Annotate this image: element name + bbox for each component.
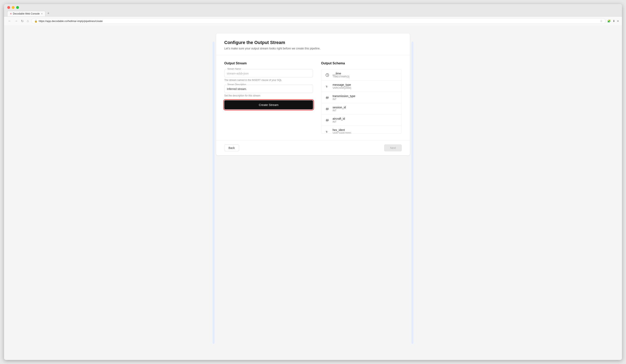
tab-label: Decodable Web Console bbox=[13, 12, 40, 15]
svg-line-11 bbox=[326, 119, 327, 121]
svg-line-3 bbox=[326, 96, 327, 99]
svg-line-8 bbox=[327, 108, 328, 110]
stream-name-hint: The stream named in the INSERT clause of… bbox=[224, 79, 313, 81]
wizard-title: Configure the Output Stream bbox=[224, 40, 402, 45]
next-button[interactable]: Next bbox=[384, 144, 402, 151]
stream-name-wrapper: Stream Name bbox=[224, 69, 313, 78]
schema-field-type: INT bbox=[333, 98, 398, 101]
schema-field-type: TIMESTAMP(3) bbox=[333, 75, 398, 78]
page-content: Configure the Output Stream Let's make s… bbox=[4, 25, 622, 360]
stream-name-label: Stream Name bbox=[227, 68, 242, 70]
tab-favicon: ✕ bbox=[10, 12, 12, 15]
schema-field-icon bbox=[324, 72, 330, 78]
schema-field-icon: T r bbox=[324, 83, 330, 89]
schema-item: __time TIMESTAMP(3) bbox=[321, 69, 401, 81]
stream-description-wrapper: Stream Description bbox=[224, 85, 313, 93]
schema-field-name: __time bbox=[333, 72, 398, 75]
schema-list: __time TIMESTAMP(3) T r message_type VAR… bbox=[321, 69, 402, 134]
traffic-light-yellow[interactable] bbox=[12, 6, 14, 9]
schema-field-name: transmission_type bbox=[333, 94, 398, 98]
security-icon: 🔒 bbox=[34, 20, 38, 23]
downloads-icon[interactable]: ⬇ bbox=[613, 19, 615, 23]
schema-field-icon bbox=[324, 106, 330, 112]
left-accent bbox=[213, 41, 215, 344]
stream-name-input[interactable] bbox=[227, 72, 310, 75]
new-tab-button[interactable]: + bbox=[46, 10, 51, 16]
traffic-light-red[interactable] bbox=[7, 6, 10, 9]
output-stream-panel: Output Stream Stream Name The stream nam… bbox=[224, 62, 313, 134]
tab-close-button[interactable]: ✕ bbox=[41, 12, 43, 15]
url-bar[interactable]: 🔒 https://app.decodable.co/hellmar-imply… bbox=[31, 18, 606, 24]
output-schema-title: Output Schema bbox=[321, 62, 402, 65]
wizard-body: Output Stream Stream Name The stream nam… bbox=[216, 55, 410, 140]
svg-line-4 bbox=[327, 96, 328, 99]
create-stream-button[interactable]: Create Stream bbox=[224, 100, 313, 109]
address-bar-row: ← → ↻ ⌂ 🔒 https://app.decodable.co/hellm… bbox=[4, 16, 622, 25]
svg-text:r: r bbox=[327, 86, 328, 88]
schema-item: aircraft_id INT bbox=[321, 115, 401, 126]
stream-description-group: Stream Description Set the description f… bbox=[224, 85, 313, 97]
output-stream-title: Output Stream bbox=[224, 62, 313, 65]
svg-line-12 bbox=[327, 119, 328, 121]
forward-nav-button[interactable]: → bbox=[14, 19, 19, 23]
home-button[interactable]: ⌂ bbox=[26, 19, 30, 23]
schema-field-icon: T r bbox=[324, 129, 330, 134]
stream-description-input[interactable] bbox=[227, 87, 310, 91]
back-button[interactable]: Back bbox=[224, 144, 239, 151]
traffic-light-green[interactable] bbox=[16, 6, 19, 9]
right-accent bbox=[411, 41, 413, 344]
schema-field-name: session_id bbox=[333, 106, 398, 109]
schema-field-type: INT bbox=[333, 109, 398, 112]
svg-line-7 bbox=[326, 108, 327, 110]
schema-item: transmission_type INT bbox=[321, 92, 401, 103]
schema-field-type: INT bbox=[333, 121, 398, 123]
schema-field-icon bbox=[324, 118, 330, 123]
bookmark-icon[interactable]: ☆ bbox=[600, 19, 603, 23]
url-text: https://app.decodable.co/hellmar-imply/p… bbox=[39, 20, 599, 23]
browser-tab[interactable]: ✕ Decodable Web Console ✕ bbox=[7, 11, 45, 16]
extensions-icon[interactable]: 🧩 bbox=[607, 19, 611, 23]
stream-description-label: Stream Description bbox=[227, 83, 247, 85]
schema-field-name: message_type bbox=[333, 83, 398, 86]
schema-item: session_id INT bbox=[321, 103, 401, 115]
schema-field-name: hex_ident bbox=[333, 128, 398, 131]
schema-field-icon bbox=[324, 95, 330, 100]
reload-button[interactable]: ↻ bbox=[20, 19, 24, 23]
back-nav-button[interactable]: ← bbox=[7, 19, 12, 23]
wizard-footer: Back Next bbox=[216, 140, 410, 155]
wizard-container: Configure the Output Stream Let's make s… bbox=[216, 34, 410, 155]
schema-item: T r message_type VARCHAR(2000) bbox=[321, 81, 401, 92]
output-schema-panel: Output Schema __time TIMESTAMP(3) T r me… bbox=[321, 62, 402, 134]
svg-text:r: r bbox=[327, 131, 328, 133]
schema-field-name: aircraft_id bbox=[333, 117, 398, 120]
schema-field-type: VARCHAR(2000) bbox=[333, 132, 398, 134]
schema-item: T r hex_ident VARCHAR(2000) bbox=[321, 126, 401, 134]
wizard-subtitle: Let's make sure your output stream looks… bbox=[224, 47, 402, 50]
menu-icon[interactable]: ≡ bbox=[617, 19, 619, 23]
schema-field-type: VARCHAR(2000) bbox=[333, 86, 398, 89]
stream-description-hint: Set the description for this stream bbox=[224, 94, 313, 97]
stream-name-group: Stream Name The stream named in the INSE… bbox=[224, 69, 313, 81]
wizard-header: Configure the Output Stream Let's make s… bbox=[216, 34, 410, 55]
